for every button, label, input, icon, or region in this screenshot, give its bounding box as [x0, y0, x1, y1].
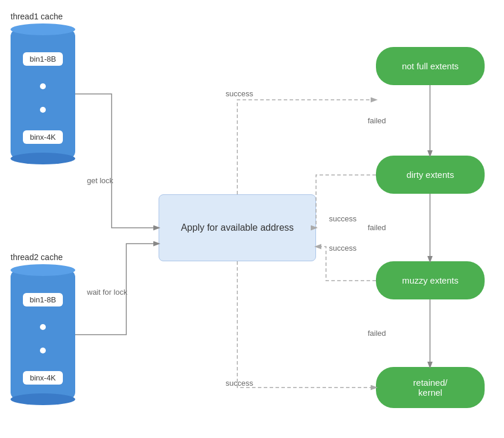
diagram: thread1 cache bin1-8B binx-4K thread2 ca… — [0, 0, 504, 438]
not-full-extents-node: not full extents — [376, 47, 485, 85]
wait-for-lock-label: wait for lock — [87, 288, 127, 297]
thread1-label: thread1 cache — [11, 12, 63, 21]
thread2-bin-bottom: binx-4K — [23, 371, 63, 385]
thread2-bin-top: bin1-8B — [23, 293, 63, 306]
success-bottom-label: success — [226, 379, 253, 388]
failed2-label: failed — [368, 223, 386, 232]
thread2-cylinder: bin1-8B binx-4K — [11, 270, 75, 399]
thread1-cylinder: bin1-8B binx-4K — [11, 29, 75, 159]
dirty-extents-node: dirty extents — [376, 156, 485, 194]
thread1-bin-top: bin1-8B — [23, 52, 63, 66]
thread2-label: thread2 cache — [11, 252, 63, 262]
failed3-label: failed — [368, 329, 386, 338]
get-lock-label: get lock — [87, 176, 113, 185]
failed1-label: failed — [368, 116, 386, 125]
success-mid2-label: success — [329, 244, 357, 252]
thread1-bin-bottom: binx-4K — [23, 130, 63, 144]
success-top-label: success — [226, 89, 253, 98]
center-box: Apply for available address — [159, 194, 316, 261]
success-mid1-label: success — [329, 214, 357, 223]
muzzy-extents-node: muzzy extents — [376, 261, 485, 299]
retained-kernel-node: retained/ kernel — [376, 367, 485, 408]
